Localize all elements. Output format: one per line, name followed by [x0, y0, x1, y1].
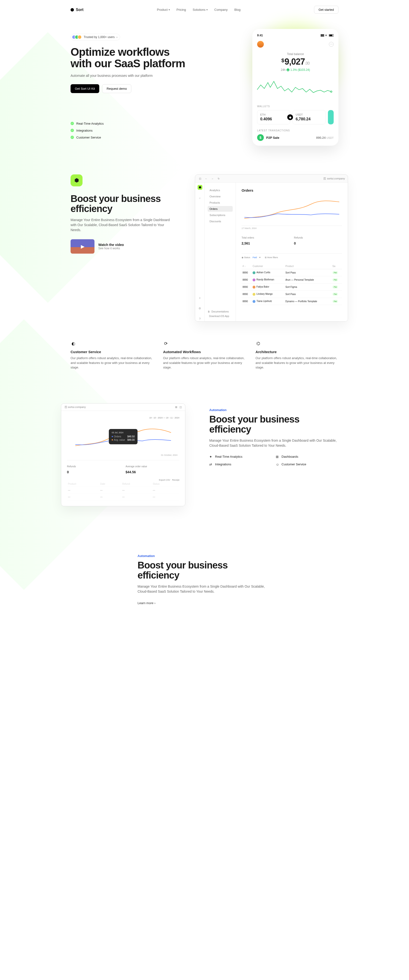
phone-mock: 9:41 ᯤ ⋯ Total balance $9,027.00 24h ▲ 1…	[252, 29, 339, 146]
wallet-card[interactable]: USDT 6,780.24	[293, 110, 326, 124]
nav-product[interactable]: Product▾	[157, 8, 170, 11]
feature-item: ✓Integrations	[70, 129, 238, 132]
feature-item: ✓Customer Service	[70, 136, 238, 139]
table-row[interactable]: 8890Tiana LipshutzDynamo — Portfolio Tem…	[242, 298, 342, 305]
sidebar-toggle-icon[interactable]: ◫	[198, 177, 202, 180]
sidebar-item[interactable]: Overview	[208, 194, 233, 199]
table-row[interactable]: 8890Lindsey MangoSort PassPai	[242, 291, 342, 298]
tile-total-orders: Total orders 2,561	[242, 233, 290, 248]
docs-link[interactable]: 🗎Documentations	[208, 309, 229, 314]
sidebar-item[interactable]: Subscriptions	[208, 212, 233, 218]
total-balance-label: Total balance	[257, 52, 334, 56]
chart-tooltip: 03 Jul, 2024 Orders$48.50 Avg. value$48.…	[109, 429, 137, 444]
more-icon[interactable]: ⋯	[329, 42, 334, 47]
lock-icon: ⚿	[323, 177, 326, 180]
table-filter[interactable]: ◉ Status Paid▾ ⊞ More filters	[242, 253, 342, 259]
status-icons: ᯤ	[321, 34, 334, 37]
automation-para: Manage Your Entire Business Ecosystem fr…	[209, 438, 339, 448]
automation-features: ✦Real-Time Analytics ⊞Dashboards ⇄Integr…	[209, 455, 339, 466]
boost-heading: Boost your business efficiency	[70, 194, 171, 214]
nav-blog[interactable]: Blog	[234, 8, 240, 11]
cycle-icon: ⟳	[163, 341, 169, 347]
avatar[interactable]	[257, 41, 264, 48]
small-browser-mock: ⚿ sortui.company ⊞ ◫ 18 - 10 - 2024 — 18…	[61, 403, 185, 506]
trusted-pill[interactable]: Trusted by 1,000+ users ›	[70, 34, 120, 40]
date-range[interactable]: 18 - 10 - 2024 — 18 - 11 - 2024	[67, 417, 179, 419]
nav-solutions[interactable]: Solutions▾	[193, 8, 208, 11]
trio-architecture: ⌬ Architecture Our platform offers robus…	[255, 341, 339, 370]
sb-chart: 03 Jul, 2024 Orders$48.50 Avg. value$48.…	[67, 422, 179, 455]
hero-subheading: Automate all your business processes wit…	[70, 74, 238, 78]
trio-automated-workflows: ⟳ Automated Workflows Our platform offer…	[163, 341, 246, 370]
balance-chart	[257, 75, 334, 99]
boost-para: Manage Your Entire Business Ecosystem fr…	[70, 218, 171, 232]
latest-tx-header: LATEST TRANSACTIONS	[257, 129, 334, 132]
get-started-button[interactable]: Get started	[314, 6, 339, 14]
total-balance-value: $9,027.00	[257, 57, 334, 67]
chevron-down-icon: ▾	[169, 8, 170, 11]
browser-sidebar: Analytics Overview Products Orders Subsc…	[205, 183, 236, 321]
transaction-row[interactable]: $ P2P Sale 890.24 USDT	[257, 134, 334, 141]
export-csv[interactable]: Export CSV	[159, 479, 170, 481]
tile-refunds: Refunds 0	[67, 465, 121, 474]
feature-item: ✓Real-Time Analytics	[70, 122, 238, 126]
orders-table: # ↓ Customer Product Sa 8890Adrian Curti…	[242, 263, 342, 305]
search-icon[interactable]: ⌕	[197, 196, 202, 200]
phone-time: 9:41	[257, 34, 263, 37]
signal-icon	[321, 34, 324, 37]
chart-icon[interactable]: ⫾	[197, 296, 202, 300]
doc-icon: 🗎	[208, 310, 210, 313]
automation2-heading: Boost your business efficiency	[137, 560, 272, 580]
integrations-icon: ⇄	[209, 463, 213, 466]
back-icon[interactable]: ←	[204, 177, 208, 180]
nav-pricing[interactable]: Pricing	[177, 8, 186, 11]
browser-rail: ⬢ ⌕ ⫾ ⚙ ?	[195, 183, 205, 321]
feature: ☺Customer Service	[276, 463, 339, 466]
balance-change: 24h ▲ 1.3% ($103.24)	[257, 68, 334, 72]
table-row[interactable]: 8890Fatiya BakırSort FigmaPai	[242, 283, 342, 291]
chevron-down-icon: ▾	[207, 8, 208, 11]
forward-icon[interactable]: →	[210, 177, 214, 180]
gear-icon[interactable]: ⚙	[197, 306, 202, 311]
trio-customer-service: ◐ Customer Service Our platform offers r…	[70, 341, 154, 370]
url-bar[interactable]: ⚿sortui.company	[323, 177, 345, 180]
url-bar[interactable]: ⚿ sortui.company	[65, 406, 86, 409]
tile-refunds: Refunds 0	[294, 233, 342, 248]
avatar-stack	[72, 35, 82, 39]
wallet-card-peek[interactable]	[328, 110, 334, 124]
dashboard-icon: ⊞	[276, 455, 280, 459]
request-demo-button[interactable]: Request demo	[102, 84, 132, 93]
watch-video[interactable]: ▶ Watch the video See how it works	[70, 239, 171, 254]
sidebar-item-active[interactable]: Orders	[208, 206, 233, 212]
learn-more-link[interactable]: Learn more ›	[137, 601, 156, 605]
wifi-icon: ᯤ	[325, 34, 328, 37]
logo[interactable]: Sort	[70, 8, 83, 12]
play-icon: ▶	[70, 239, 94, 254]
nav-company[interactable]: Company	[214, 8, 228, 11]
table-row[interactable]: 8890Randy BlothmanArun — Personal Templa…	[242, 276, 342, 283]
panel-icon[interactable]: ◫	[179, 406, 182, 409]
help-icon[interactable]: ?	[197, 317, 202, 321]
sidebar-item[interactable]: Discounts	[208, 218, 233, 224]
ethereum-icon: ◆	[286, 114, 294, 121]
get-ui-kit-button[interactable]: Get Sort UI Kit	[70, 84, 99, 93]
sidebar-item[interactable]: Analytics	[208, 187, 233, 193]
table-row[interactable]: 8890Adrian CurtisSort PassPai	[242, 269, 342, 276]
orders-chart: 17 March, 2024	[242, 197, 342, 226]
grid-icon[interactable]: ⊞	[175, 406, 177, 409]
refresh-icon[interactable]: ↻	[217, 177, 221, 180]
up-arrow-icon: ▲	[286, 68, 290, 71]
app-icon[interactable]: ⬢	[197, 185, 202, 190]
browser-mock: ◫ ← → ↻ ⚿sortui.company ⬢ ⌕ ⫾ ⚙ ? Analyt…	[195, 174, 348, 321]
hero-heading: Optimize workflowswith our SaaS platform	[70, 46, 238, 69]
feature: ⇄Integrations	[209, 463, 272, 466]
sidebar-item[interactable]: Products	[208, 200, 233, 205]
support-icon: ☺	[276, 463, 280, 466]
hero-feature-list: ✓Real-Time Analytics ✓Integrations ✓Cust…	[70, 122, 238, 139]
orders-title: Orders	[242, 188, 342, 192]
automation2-para: Manage Your Entire Business Ecosystem fr…	[137, 584, 272, 594]
receipt[interactable]: Receipt	[172, 479, 179, 481]
automation2-eyebrow: Automation	[137, 554, 272, 558]
download-link[interactable]: Download iOS App	[208, 314, 229, 318]
wallet-card[interactable]: ETH 0.4096 ◆	[257, 110, 290, 124]
